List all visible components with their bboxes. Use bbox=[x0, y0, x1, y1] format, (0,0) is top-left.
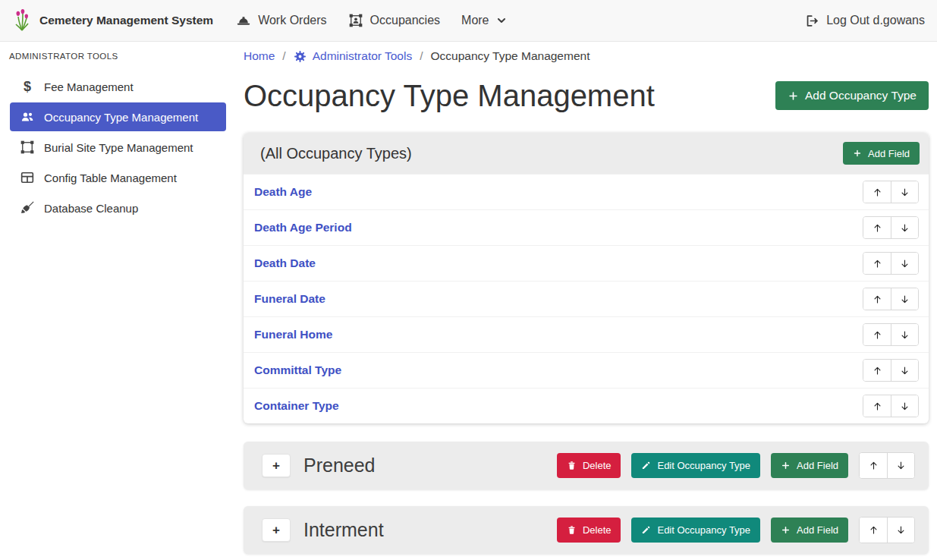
breadcrumb-separator: / bbox=[420, 49, 423, 63]
section-preneed: + Preneed Delete bbox=[244, 442, 929, 489]
table-icon bbox=[19, 170, 36, 185]
move-up-button[interactable] bbox=[863, 360, 891, 381]
tulip-logo-icon bbox=[12, 9, 32, 32]
edit-occupancy-type-label: Edit Occupancy Type bbox=[657, 524, 750, 536]
plus-icon bbox=[781, 461, 791, 470]
add-field-label: Add Field bbox=[797, 460, 838, 471]
sidebar-item-fee-management[interactable]: $ Fee Management bbox=[10, 71, 226, 102]
move-up-button[interactable] bbox=[863, 181, 891, 203]
edit-occupancy-type-button[interactable]: Edit Occupancy Type bbox=[631, 518, 760, 543]
sidebar-item-label: Database Cleanup bbox=[44, 202, 138, 215]
add-field-label: Add Field bbox=[868, 148, 910, 159]
app-title: Cemetery Management System bbox=[39, 14, 213, 27]
move-up-button[interactable] bbox=[863, 395, 891, 417]
breadcrumb: Home / bbox=[244, 49, 929, 63]
section-title: Interment bbox=[303, 519, 384, 541]
reorder-button-group bbox=[859, 452, 915, 479]
edit-occupancy-type-label: Edit Occupancy Type bbox=[657, 460, 750, 471]
nav-label: Work Orders bbox=[258, 14, 326, 27]
move-down-button[interactable] bbox=[891, 360, 918, 381]
add-field-button[interactable]: Add Field bbox=[771, 518, 848, 543]
sidebar-item-occupancy-type-management[interactable]: Occupancy Type Management bbox=[10, 102, 226, 131]
delete-label: Delete bbox=[583, 524, 612, 536]
move-up-button[interactable] bbox=[863, 324, 891, 345]
move-up-button[interactable] bbox=[863, 217, 891, 238]
breadcrumb-home-link[interactable]: Home bbox=[244, 49, 275, 63]
move-down-button[interactable] bbox=[891, 253, 918, 274]
logout-label: Log Out d.gowans bbox=[826, 14, 925, 27]
move-down-button[interactable] bbox=[891, 217, 918, 238]
reorder-button-group bbox=[863, 288, 919, 310]
move-up-button[interactable] bbox=[860, 453, 887, 478]
app-brand[interactable]: Cemetery Management System bbox=[12, 9, 213, 32]
field-row: Death Date bbox=[244, 245, 929, 281]
expand-button[interactable]: + bbox=[262, 518, 291, 542]
sidebar-item-config-table-management[interactable]: Config Table Management bbox=[10, 162, 226, 193]
hard-hat-icon bbox=[236, 13, 251, 28]
nav-item-more[interactable]: More bbox=[451, 14, 517, 27]
broom-icon bbox=[19, 200, 36, 216]
reorder-button-group bbox=[863, 395, 919, 417]
breadcrumb-admin-tools-link[interactable]: Administrator Tools bbox=[294, 49, 413, 63]
field-link[interactable]: Funeral Home bbox=[253, 328, 332, 341]
move-up-button[interactable] bbox=[863, 288, 891, 310]
gear-icon bbox=[294, 50, 307, 63]
move-down-button[interactable] bbox=[891, 324, 918, 345]
nav-items: Work Orders Occupancies More bbox=[225, 13, 517, 28]
move-down-button[interactable] bbox=[891, 395, 918, 417]
field-row: Funeral Home bbox=[244, 316, 929, 352]
reorder-button-group bbox=[863, 323, 919, 346]
move-up-button[interactable] bbox=[863, 253, 891, 274]
delete-label: Delete bbox=[583, 460, 612, 471]
field-link[interactable]: Death Age bbox=[253, 185, 312, 199]
field-row: Committal Type bbox=[244, 352, 929, 388]
move-up-button[interactable] bbox=[860, 518, 887, 543]
plus-icon bbox=[781, 525, 791, 535]
field-link[interactable]: Container Type bbox=[253, 399, 339, 413]
reorder-button-group bbox=[863, 181, 919, 203]
nav-item-occupancies[interactable]: Occupancies bbox=[338, 13, 451, 28]
occupancy-frame-icon bbox=[348, 13, 363, 28]
breadcrumb-current: Occupancy Type Management bbox=[431, 49, 590, 63]
add-field-button[interactable]: Add Field bbox=[843, 142, 920, 165]
chevron-down-icon bbox=[496, 15, 507, 26]
field-row: Container Type bbox=[244, 388, 929, 423]
sign-out-icon bbox=[805, 14, 819, 28]
reorder-button-group bbox=[863, 252, 919, 275]
field-link[interactable]: Death Date bbox=[253, 256, 316, 270]
top-navbar: Cemetery Management System Work Orders bbox=[0, 0, 937, 42]
add-occupancy-type-label: Add Occupancy Type bbox=[805, 89, 917, 102]
field-link[interactable]: Committal Type bbox=[253, 363, 341, 377]
sidebar-item-label: Occupancy Type Management bbox=[44, 111, 198, 124]
expand-button[interactable]: + bbox=[262, 454, 291, 477]
sidebar-section-label: ADMINISTRATOR TOOLS bbox=[0, 46, 243, 71]
page-title: Occupancy Type Management bbox=[244, 74, 655, 118]
logout-button[interactable]: Log Out d.gowans bbox=[805, 14, 925, 28]
field-link[interactable]: Funeral Date bbox=[253, 292, 325, 306]
nav-item-work-orders[interactable]: Work Orders bbox=[225, 13, 337, 28]
move-down-button[interactable] bbox=[887, 518, 914, 543]
plus-icon bbox=[788, 90, 799, 102]
users-icon bbox=[19, 109, 36, 124]
breadcrumb-separator: / bbox=[282, 49, 285, 63]
field-row: Funeral Date bbox=[244, 281, 929, 316]
delete-button[interactable]: Delete bbox=[557, 518, 621, 543]
reorder-button-group bbox=[863, 216, 919, 239]
add-field-label: Add Field bbox=[797, 524, 838, 536]
edit-occupancy-type-button[interactable]: Edit Occupancy Type bbox=[631, 453, 760, 478]
sidebar-item-label: Burial Site Type Management bbox=[44, 141, 193, 154]
field-link[interactable]: Death Age Period bbox=[253, 221, 352, 234]
move-down-button[interactable] bbox=[891, 181, 918, 203]
delete-button[interactable]: Delete bbox=[557, 453, 621, 478]
add-occupancy-type-button[interactable]: Add Occupancy Type bbox=[775, 81, 929, 110]
section-interment: + Interment Delete bbox=[244, 506, 929, 554]
add-field-button[interactable]: Add Field bbox=[771, 453, 848, 478]
pencil-icon bbox=[641, 525, 651, 535]
sidebar-item-database-cleanup[interactable]: Database Cleanup bbox=[10, 193, 226, 223]
main-content: Home / bbox=[243, 42, 937, 560]
trash-icon bbox=[567, 525, 577, 535]
move-down-button[interactable] bbox=[887, 453, 914, 478]
move-down-button[interactable] bbox=[891, 288, 918, 310]
sidebar-item-burial-site-type-management[interactable]: Burial Site Type Management bbox=[10, 132, 226, 162]
reorder-button-group bbox=[863, 359, 919, 382]
